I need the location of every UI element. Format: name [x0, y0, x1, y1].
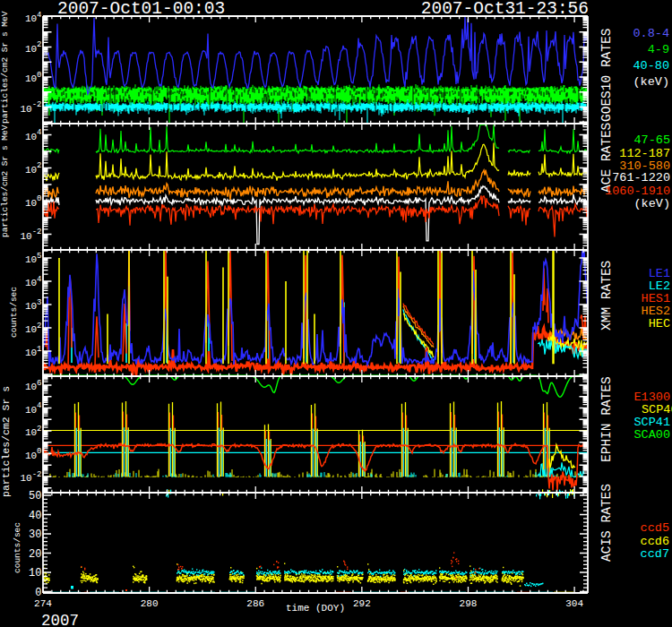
svg-text:LE1: LE1 — [649, 267, 670, 280]
svg-text:1060-1910: 1060-1910 — [605, 185, 670, 198]
svg-text:0: 0 — [35, 587, 41, 599]
svg-text:SCA00: SCA00 — [633, 428, 670, 442]
svg-text:counts/sec: counts/sec — [9, 287, 19, 338]
svg-text:EPHIN RATES: EPHIN RATES — [599, 376, 614, 462]
svg-text:HES1: HES1 — [642, 292, 670, 305]
svg-text:304: 304 — [565, 598, 583, 609]
svg-text:ccd5: ccd5 — [641, 521, 669, 535]
svg-text:counts/sec: counts/sec — [13, 522, 22, 573]
svg-text:HES2: HES2 — [642, 305, 670, 318]
svg-text:274: 274 — [34, 598, 52, 609]
svg-text:ACIS RATES: ACIS RATES — [599, 484, 614, 562]
svg-text:292: 292 — [353, 598, 371, 609]
svg-text:E1300: E1300 — [633, 391, 670, 404]
svg-text:112-187: 112-187 — [619, 147, 670, 160]
svg-text:2007-Oct31-23:56: 2007-Oct31-23:56 — [421, 0, 589, 19]
svg-text:particles/cm2 Sr s MeV: particles/cm2 Sr s MeV — [0, 125, 10, 237]
svg-text:ACE RATES: ACE RATES — [599, 123, 614, 193]
svg-text:2007-Oct01-00:03: 2007-Oct01-00:03 — [57, 0, 225, 19]
svg-text:SCP40: SCP40 — [642, 403, 672, 417]
svg-text:(keV): (keV) — [633, 75, 669, 89]
svg-text:20: 20 — [29, 548, 41, 561]
svg-text:XMM RATES: XMM RATES — [599, 261, 614, 331]
svg-text:particles/cm2 Sr s: particles/cm2 Sr s — [0, 386, 12, 497]
svg-text:4-9: 4-9 — [648, 43, 669, 56]
svg-text:50: 50 — [29, 490, 41, 502]
svg-text:(keV): (keV) — [633, 197, 670, 210]
svg-text:ccd7: ccd7 — [641, 547, 669, 561]
svg-text:280: 280 — [141, 598, 159, 609]
svg-text:SCP41: SCP41 — [633, 416, 670, 429]
svg-text:298: 298 — [460, 598, 478, 609]
svg-text:30: 30 — [29, 528, 41, 541]
svg-text:HEC: HEC — [649, 317, 670, 331]
svg-text:particles/cm2 Sr s MeV: particles/cm2 Sr s MeV — [0, 11, 10, 124]
svg-text:0.8-4: 0.8-4 — [633, 27, 669, 40]
svg-text:761-1220: 761-1220 — [612, 171, 670, 185]
svg-text:LE2: LE2 — [649, 279, 670, 293]
svg-text:time (DOY): time (DOY) — [286, 603, 345, 614]
svg-text:40: 40 — [29, 510, 41, 522]
svg-text:286: 286 — [246, 598, 264, 609]
svg-text:10: 10 — [29, 567, 41, 580]
svg-text:GOES10 RATES: GOES10 RATES — [599, 29, 614, 122]
svg-text:47-65: 47-65 — [633, 133, 670, 147]
svg-text:2007: 2007 — [41, 612, 79, 627]
svg-text:40-80: 40-80 — [633, 59, 669, 73]
svg-text:ccd6: ccd6 — [641, 535, 669, 548]
